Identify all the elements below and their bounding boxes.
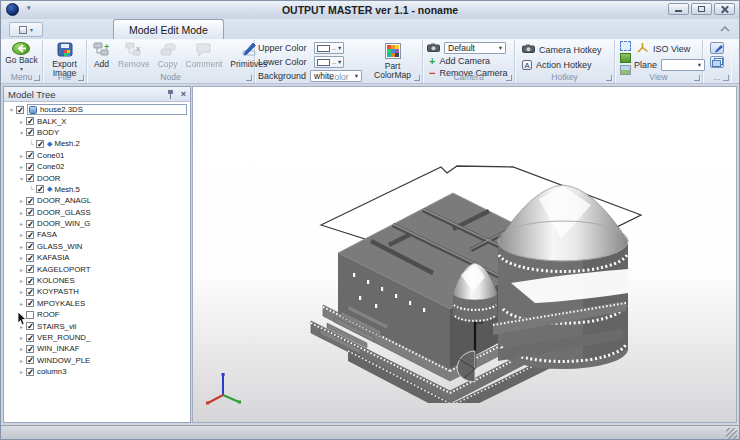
comment-button[interactable]: Comment [182,40,227,73]
dialog-launcher-icon[interactable] [414,75,420,81]
export-image-button[interactable]: Export Image [45,40,85,73]
dialog-launcher-icon[interactable] [78,75,84,81]
visibility-checkbox[interactable]: ✓ [26,242,34,250]
tree-item-DOOR_WIN_G[interactable]: ▸✓DOOR_WIN_G [4,218,190,229]
pin-icon[interactable] [167,90,174,99]
visibility-checkbox[interactable]: ✓ [26,368,34,376]
expander-icon[interactable]: ▸ [17,231,26,238]
visibility-checkbox[interactable]: ✓ [26,163,34,171]
tree-item-MPOYKALES[interactable]: ▸✓MPOYKALES [4,298,190,309]
expander-icon[interactable]: ▸ [17,357,26,364]
tree-item-house2.3DS[interactable]: ▾✓house2.3DS [4,104,190,115]
visibility-checkbox[interactable]: ✓ [26,299,34,307]
tree-item-VER_ROUND_[interactable]: ▸✓VER_ROUND_ [4,332,190,343]
expander-icon[interactable]: ▸ [17,300,26,307]
dialog-launcher-icon[interactable] [34,75,40,81]
remove-node-button[interactable]: x Remove [114,40,154,73]
go-back-button[interactable]: Go Back ▾ [1,40,42,73]
tree-item-DOOR_GLASS[interactable]: ▸✓DOOR_GLASS [4,207,190,218]
visibility-checkbox[interactable]: ✓ [26,174,34,182]
lower-color-picker[interactable]: .. ▾ [314,56,344,68]
tree-item-KAFASIA[interactable]: ▸✓KAFASIA [4,252,190,263]
tree-item-KAGELOPORT[interactable]: ▸✓KAGELOPORT [4,263,190,274]
action-hotkey-button[interactable]: A Action Hotkey [520,59,594,71]
annotation-icon[interactable] [710,42,724,54]
close-button[interactable] [714,3,735,15]
tree-item-DOOR[interactable]: ▾✓DOOR [4,172,190,183]
visibility-checkbox[interactable]: ✓ [26,197,34,205]
plane-select[interactable]: ▾ [661,59,705,71]
tree-item-FASA[interactable]: ▸✓FASA [4,229,190,240]
visibility-checkbox[interactable]: ✓ [26,345,34,353]
tree-item-Cone02[interactable]: ▸✓Cone02 [4,161,190,172]
add-node-button[interactable]: + Add [89,40,114,73]
expander-icon[interactable]: ▸ [17,345,26,352]
tree-item-Mesh.5[interactable]: └✓◆Mesh.5 [4,184,190,195]
expander-icon[interactable]: ▸ [17,197,26,204]
view-toggle-button[interactable]: ▾ [9,22,43,37]
viewport-3d[interactable] [192,86,737,423]
tree-item-Mesh.2[interactable]: └✓◆Mesh.2 [4,138,190,149]
visibility-checkbox[interactable]: ✓ [26,151,34,159]
visibility-checkbox[interactable]: ✓ [26,208,34,216]
iso-view-button[interactable]: ISO View [634,41,705,56]
dialog-launcher-icon[interactable] [246,75,252,81]
visibility-checkbox[interactable]: ✓ [16,106,24,114]
maximize-button[interactable] [691,3,712,15]
visibility-checkbox[interactable] [26,311,34,319]
visibility-checkbox[interactable]: ✓ [26,254,34,262]
selection-box-icon[interactable] [620,41,631,51]
visibility-checkbox[interactable]: ✓ [26,265,34,273]
dialog-launcher-icon[interactable] [723,75,729,81]
tab-model-edit-mode[interactable]: Model Edit Mode [113,19,224,39]
copy-node-button[interactable]: Copy [154,40,182,73]
add-camera-button[interactable]: + Add Camera [427,55,492,67]
tree-item-KOLONES[interactable]: ▸✓KOLONES [4,275,190,286]
app-menu-button[interactable] [6,3,19,16]
panel-close-icon[interactable]: × [181,90,186,99]
visibility-checkbox[interactable]: ✓ [36,185,44,193]
visibility-checkbox[interactable]: ✓ [26,334,34,342]
expander-icon[interactable]: ▸ [17,277,26,284]
expander-icon[interactable]: ▸ [17,220,26,227]
tree-item-ROOF[interactable]: ▸ROOF [4,309,190,320]
expander-icon[interactable]: ▾ [7,106,16,113]
cascade-windows-icon[interactable] [710,56,724,68]
collapse-ribbon-icon[interactable] [720,24,730,34]
fit-model-icon[interactable] [620,53,631,63]
visibility-checkbox[interactable]: ✓ [26,220,34,228]
expander-icon[interactable]: ▸ [17,266,26,273]
tree-item-WIN_INKAF[interactable]: ▸✓WIN_INKAF [4,343,190,354]
part-colormap-button[interactable]: Part ColorMap [366,41,419,73]
visibility-checkbox[interactable]: ✓ [26,117,34,125]
expander-icon[interactable]: ▸ [17,368,26,375]
expander-icon[interactable]: ▾ [17,175,26,182]
expander-icon[interactable]: ▾ [17,129,26,136]
camera-hotkey-button[interactable]: Camera Hotkey [520,43,604,56]
tree-item-BODY[interactable]: ▾✓BODY [4,127,190,138]
expander-icon[interactable]: ▸ [17,288,26,295]
tree-item-column3[interactable]: ▸✓column3 [4,366,190,377]
expander-icon[interactable]: ▸ [17,334,26,341]
expander-icon[interactable]: ▸ [17,118,26,125]
visibility-checkbox[interactable]: ✓ [26,128,34,136]
tree-item-WINDOW_PLE[interactable]: ▸✓WINDOW_PLE [4,355,190,366]
visibility-checkbox[interactable]: ✓ [26,231,34,239]
upper-color-picker[interactable]: .. ▾ [314,42,344,54]
expander-icon[interactable]: ▸ [17,209,26,216]
expander-icon[interactable]: ▸ [17,254,26,261]
visibility-checkbox[interactable]: ✓ [26,322,34,330]
expander-icon[interactable]: ▸ [17,163,26,170]
expander-icon[interactable]: ▸ [17,243,26,250]
dialog-launcher-icon[interactable] [606,75,612,81]
tree-item-DOOR_ANAGL[interactable]: ▸✓DOOR_ANAGL [4,195,190,206]
visibility-checkbox[interactable]: ✓ [26,277,34,285]
camera-select[interactable]: Default ▾ [444,42,506,54]
tree-item-Cone01[interactable]: ▸✓Cone01 [4,150,190,161]
dialog-launcher-icon[interactable] [694,75,700,81]
visibility-checkbox[interactable]: ✓ [26,356,34,364]
tree-item-STAIRS_vil[interactable]: ▸✓STAIRS_vil [4,320,190,331]
resize-grip[interactable] [726,428,737,439]
quick-access-caret-icon[interactable]: ▾ [27,4,31,12]
visibility-checkbox[interactable]: ✓ [36,140,44,148]
